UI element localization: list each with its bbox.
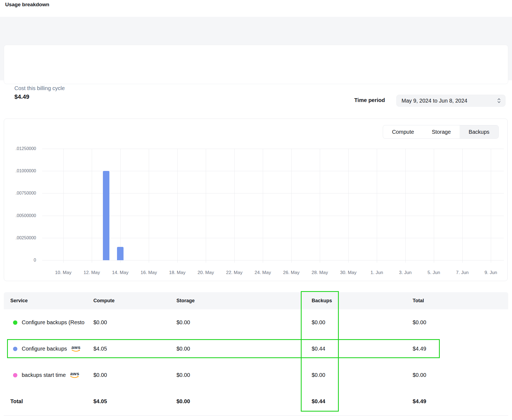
- x-axis-label: 20. May: [193, 270, 219, 275]
- total-row-label: Total: [10, 388, 23, 415]
- x-axis-label: 28. May: [307, 270, 333, 275]
- service-cell: Configure backups (Resto: [13, 309, 84, 336]
- compute-value: $0.00: [93, 309, 107, 336]
- time-period-value: May 9, 2024 to Jun 8, 2024: [402, 98, 497, 104]
- col-header-storage: Storage: [176, 298, 195, 304]
- usage-bar-14-May: [117, 247, 124, 260]
- backups-value: $0.00: [312, 309, 325, 336]
- table-row: Configure backups (Resto $0.00 $0.00 $0.…: [4, 309, 508, 336]
- service-name: Configure backups (Resto: [22, 319, 84, 326]
- y-gridline: [42, 193, 504, 193]
- table-row-highlighted: Configure backups aws $4.05 $0.00 $0.44 …: [4, 336, 508, 362]
- total-value: $0.00: [413, 362, 426, 388]
- tab-storage[interactable]: Storage: [423, 125, 460, 138]
- x-axis-label: 14. May: [107, 270, 133, 275]
- tab-backups[interactable]: Backups: [460, 125, 498, 138]
- y-gridline: [42, 238, 504, 238]
- col-header-compute: Compute: [93, 298, 115, 304]
- summary-band: Cost this billing cycle $4.49: [0, 17, 512, 80]
- table-total-row: Total $4.05 $0.00 $0.44 $4.49: [4, 388, 508, 415]
- x-axis-label: 5. Jun: [421, 270, 447, 275]
- y-axis-label: .00250000: [4, 236, 36, 240]
- x-gridline: [320, 149, 320, 263]
- y-axis-label: .00500000: [4, 214, 36, 218]
- storage-value: $0.00: [176, 362, 190, 388]
- x-gridline: [377, 149, 377, 263]
- storage-value: $0.00: [176, 336, 190, 362]
- cost-card-label: Cost this billing cycle: [14, 85, 65, 91]
- backups-value: $0.44: [312, 336, 325, 362]
- total-value: $0.00: [413, 309, 426, 336]
- backups-value: $0.00: [312, 362, 325, 388]
- x-gridline: [63, 149, 64, 263]
- x-axis-label: 16. May: [136, 270, 162, 275]
- y-gridline: [42, 260, 504, 260]
- total-value: $4.49: [413, 336, 426, 362]
- x-axis-label: 1. Jun: [364, 270, 390, 275]
- time-period-label: Time period: [354, 97, 385, 103]
- table-row: backups start time aws $0.00 $0.00 $0.00…: [4, 362, 508, 388]
- aws-icon: aws: [70, 371, 79, 378]
- x-axis-label: 26. May: [278, 270, 304, 275]
- backups-total: $0.44: [312, 388, 325, 415]
- service-name: Configure backups: [22, 346, 67, 352]
- x-axis-label: 24. May: [250, 270, 276, 275]
- service-cell: backups start time aws: [13, 362, 79, 388]
- y-gridline: [42, 171, 504, 171]
- col-header-total: Total: [413, 298, 424, 304]
- col-header-service: Service: [10, 298, 28, 304]
- x-axis-label: 30. May: [335, 270, 361, 275]
- usage-bar-13-May: [103, 171, 109, 260]
- y-axis-label: .01000000: [4, 169, 36, 173]
- usage-breakdown-page: Usage breakdown Cost this billing cycle …: [0, 0, 512, 420]
- cost-card-value: $4.49: [14, 93, 29, 100]
- compute-value: $0.00: [93, 362, 107, 388]
- x-gridline: [491, 149, 491, 263]
- col-header-backups: Backups: [312, 298, 332, 304]
- x-axis-label: 3. Jun: [392, 270, 418, 275]
- y-axis-label: .00750000: [4, 191, 36, 195]
- x-gridline: [234, 149, 235, 263]
- aws-icon: aws: [71, 345, 81, 352]
- chart-metric-tabs: Compute Storage Backups: [383, 125, 499, 139]
- y-axis-label: .01250000: [4, 147, 36, 151]
- y-gridline: [42, 216, 504, 216]
- x-gridline: [120, 149, 121, 263]
- y-gridline: [42, 149, 504, 149]
- x-gridline: [434, 149, 434, 263]
- x-axis-label: 22. May: [221, 270, 247, 275]
- service-dot: [13, 373, 17, 377]
- usage-chart-card: [4, 119, 508, 281]
- service-dot: [13, 347, 17, 351]
- x-gridline: [149, 149, 149, 263]
- cost-card: Cost this billing cycle $4.49: [4, 45, 508, 84]
- x-gridline: [263, 149, 263, 263]
- x-axis-label: 10. May: [50, 270, 76, 275]
- service-dot: [13, 320, 17, 325]
- service-name: backups start time: [22, 372, 66, 378]
- y-axis-label: 0: [4, 258, 36, 262]
- x-axis-label: 18. May: [164, 270, 190, 275]
- grand-total: $4.49: [413, 388, 426, 415]
- storage-value: $0.00: [176, 309, 190, 336]
- x-gridline: [92, 149, 92, 263]
- compute-value: $4.05: [93, 336, 107, 362]
- compute-total: $4.05: [93, 388, 107, 415]
- tab-compute[interactable]: Compute: [383, 125, 423, 138]
- x-axis-label: 7. Jun: [449, 270, 475, 275]
- table-bottom-divider: [4, 415, 508, 416]
- x-gridline: [291, 149, 292, 263]
- x-gridline: [177, 149, 178, 263]
- x-gridline: [206, 149, 206, 263]
- x-gridline: [348, 149, 349, 263]
- x-axis-label: 9. Jun: [478, 270, 504, 275]
- time-period-select[interactable]: May 9, 2024 to Jun 8, 2024: [396, 95, 505, 107]
- x-axis-label: 12. May: [79, 270, 105, 275]
- table-header-band: [4, 292, 508, 309]
- service-cell: Configure backups aws: [13, 336, 81, 362]
- page-title: Usage breakdown: [5, 2, 49, 8]
- x-gridline: [462, 149, 463, 263]
- storage-total: $0.00: [176, 388, 190, 415]
- x-gridline: [405, 149, 406, 263]
- chevron-up-down-icon: [497, 98, 501, 104]
